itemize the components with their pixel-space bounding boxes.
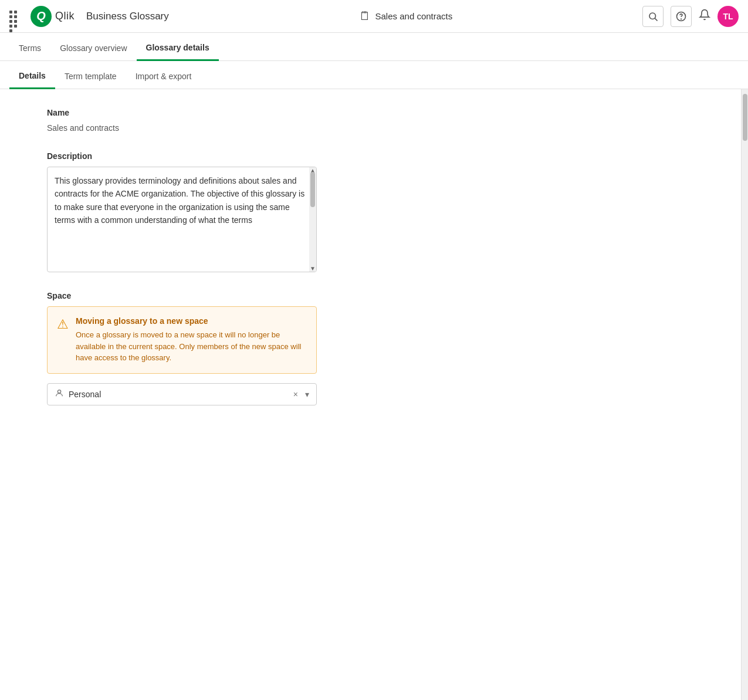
name-label: Name bbox=[47, 108, 694, 117]
space-name: Personal bbox=[69, 390, 289, 399]
notification-button[interactable] bbox=[699, 9, 710, 23]
description-scrollbar[interactable]: ▲ ▼ bbox=[309, 167, 316, 272]
description-section: Description This glossary provides termi… bbox=[47, 151, 694, 272]
user-avatar[interactable]: TL bbox=[717, 6, 739, 27]
description-box[interactable]: This glossary provides terminology and d… bbox=[47, 167, 317, 272]
chevron-down-icon[interactable]: ▾ bbox=[305, 390, 309, 399]
primary-tabs: Terms Glossary overview Glossary details bbox=[0, 33, 748, 61]
tab-terms[interactable]: Terms bbox=[9, 43, 50, 61]
tab-import-export[interactable]: Import & export bbox=[126, 72, 201, 89]
name-value: Sales and contracts bbox=[47, 123, 694, 133]
svg-point-4 bbox=[57, 390, 60, 393]
warning-content: Moving a glossary to a new space Once a … bbox=[76, 316, 307, 364]
description-text: This glossary provides terminology and d… bbox=[48, 167, 316, 272]
qlik-logo-text: Qlik bbox=[55, 10, 75, 22]
search-icon bbox=[648, 11, 658, 22]
app-grid-button[interactable] bbox=[9, 11, 21, 22]
scroll-down-arrow[interactable]: ▼ bbox=[309, 265, 316, 272]
svg-point-3 bbox=[681, 19, 682, 19]
bell-icon bbox=[699, 9, 710, 21]
warning-box: ⚠ Moving a glossary to a new space Once … bbox=[47, 306, 317, 374]
warning-title: Moving a glossary to a new space bbox=[76, 316, 307, 326]
main-content: Name Sales and contracts Description Thi… bbox=[0, 89, 748, 700]
content-area: Name Sales and contracts Description Thi… bbox=[0, 89, 741, 700]
warning-text: Once a glossary is moved to a new space … bbox=[76, 329, 307, 364]
scroll-thumb[interactable] bbox=[310, 172, 315, 207]
tab-term-template[interactable]: Term template bbox=[55, 72, 126, 89]
person-icon bbox=[55, 388, 64, 400]
qlik-logo-mark: Q bbox=[31, 6, 52, 27]
secondary-tabs: Details Term template Import & export bbox=[0, 61, 748, 89]
glossary-nav-name: Sales and contracts bbox=[375, 11, 453, 21]
name-section: Name Sales and contracts bbox=[47, 108, 694, 133]
help-button[interactable] bbox=[671, 6, 692, 27]
tab-details[interactable]: Details bbox=[9, 71, 55, 89]
svg-line-1 bbox=[655, 18, 657, 21]
glossary-nav-icon: 🗒 bbox=[359, 9, 371, 23]
tab-glossary-details[interactable]: Glossary details bbox=[137, 43, 219, 61]
nav-center: 🗒 Sales and contracts bbox=[178, 9, 633, 23]
qlik-logo[interactable]: Q Qlik bbox=[31, 6, 75, 27]
svg-point-0 bbox=[649, 13, 656, 19]
app-title: Business Glossary bbox=[86, 11, 169, 22]
top-nav: Q Qlik Business Glossary 🗒 Sales and con… bbox=[0, 0, 748, 33]
help-icon bbox=[676, 11, 686, 22]
clear-space-icon[interactable]: × bbox=[293, 390, 298, 399]
scrollbar-thumb[interactable] bbox=[743, 94, 747, 141]
space-section: Space ⚠ Moving a glossary to a new space… bbox=[47, 291, 694, 405]
nav-actions: TL bbox=[642, 6, 739, 27]
description-label: Description bbox=[47, 151, 694, 161]
space-dropdown[interactable]: Personal × ▾ bbox=[47, 383, 317, 405]
search-button[interactable] bbox=[642, 6, 664, 27]
tab-glossary-overview[interactable]: Glossary overview bbox=[50, 43, 136, 61]
warning-icon: ⚠ bbox=[57, 317, 69, 364]
page-scrollbar[interactable] bbox=[741, 89, 748, 700]
space-label: Space bbox=[47, 291, 694, 300]
